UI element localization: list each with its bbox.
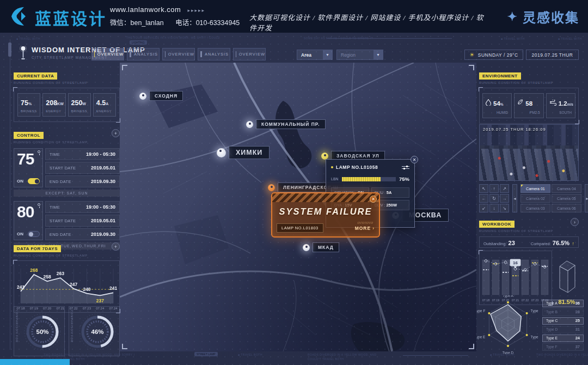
outstanding-value: 23 <box>509 240 515 246</box>
time-row[interactable]: TIME19:00 - 05:30 <box>45 201 120 213</box>
svg-text:243: 243 <box>17 284 24 290</box>
tab-analysis-1[interactable]: ANALYSIS <box>127 48 160 60</box>
close-icon[interactable]: ✕ <box>411 156 418 163</box>
control-group-1: 75 ON TIME19:00 - 05:30 START DATE2019.0… <box>14 148 120 187</box>
panel-subtitle: RUNNING CONDITION OF STREETLAMP <box>14 81 120 84</box>
close-icon[interactable]: ✕ <box>370 196 377 203</box>
panel-label: ENVIRONMENT <box>479 72 521 80</box>
pan-up-right-icon[interactable]: ↗ <box>500 184 509 193</box>
type-row-b[interactable]: Type B28 <box>542 308 584 316</box>
end-date-row[interactable]: END DATE2019.09.30 <box>45 175 120 187</box>
svg-text:240: 240 <box>83 287 90 292</box>
type-value: 25 <box>575 318 580 323</box>
type-label: Type C <box>546 319 558 323</box>
camera-prev-icon[interactable]: ◄ <box>512 184 517 212</box>
type-row-c[interactable]: Type C25 <box>542 317 584 325</box>
panel-label: CONTROL <box>14 132 44 139</box>
website-link[interactable]: www.lanlanwork.com <box>110 5 181 14</box>
current-data-panel: CURRENT DATA RUNNING CONDITION OF STREET… <box>14 70 120 122</box>
env-unit: % <box>500 102 504 106</box>
reset-view-icon[interactable]: ↻ <box>489 194 499 203</box>
compared-value: 76.5% <box>553 240 569 246</box>
area-select-value: Area <box>301 52 311 58</box>
region-select[interactable]: Region ▼ <box>336 50 383 60</box>
pan-down-left-icon[interactable]: ↙ <box>479 204 488 212</box>
tab-overview-1[interactable]: OVERVIEW <box>91 48 124 60</box>
type-row-a[interactable]: Type A36 <box>542 300 584 307</box>
lamp-icon <box>38 203 40 206</box>
env-caption: SOUTH <box>549 111 575 114</box>
svg-text:Type C: Type C <box>531 335 539 339</box>
stat-value: 75 <box>21 99 28 107</box>
pan-down-right-icon[interactable]: ↘ <box>500 204 509 212</box>
sun-icon: ☀ <box>469 52 474 58</box>
lanlan-logo-icon <box>8 5 30 30</box>
type-row-e[interactable]: Type E24 <box>542 334 584 342</box>
tab-overview-2[interactable]: OVERVIEW <box>162 48 195 60</box>
pan-right-icon[interactable]: → <box>500 194 509 203</box>
env-unit: m/s <box>567 102 573 106</box>
camera-03-button[interactable]: Camera 03 <box>520 204 550 212</box>
control-panel: CONTROL + RUNNING CONDITION OF STREETLAM… <box>14 129 120 250</box>
lamp-pin-icon <box>303 244 310 251</box>
area-select[interactable]: Area ▼ <box>297 50 333 60</box>
map-pin-mkad[interactable]: МКАД <box>303 242 339 252</box>
deco-text: ■ TRAVEL BOTH <box>238 353 262 356</box>
row-value: 19:00 - 05:30 <box>86 151 115 157</box>
start-date-row[interactable]: START DATE2019.05.01 <box>45 215 120 227</box>
deco-chip: LIGHTING <box>130 40 147 45</box>
stat-unit: A <box>106 102 108 106</box>
expand-arrow-icon[interactable]: › <box>571 218 579 226</box>
camera-05-button[interactable]: Camera 05 <box>552 194 581 203</box>
camera-01-button[interactable]: Camera 01 <box>520 184 550 193</box>
expand-plus-icon[interactable]: + <box>112 129 120 137</box>
type-row-f[interactable]: Type F37 <box>542 343 584 351</box>
camera-02-button[interactable]: Camera 02 <box>520 194 550 203</box>
type-row-d[interactable]: Type D31 <box>542 326 584 333</box>
camera-timestamp: 2019.07.25 THUR 18:26:09 <box>483 127 546 132</box>
map-corner-bracket <box>122 344 127 349</box>
camera-feed[interactable]: 2019.07.25 THUR 18:26:09 <box>479 124 579 181</box>
comparison-gauge-1: COMPARISON FOR 50% <box>14 306 65 356</box>
deco-chip: STREET LAMP <box>194 352 218 356</box>
camera-next-icon[interactable]: ► <box>585 184 588 212</box>
weather-widget: ☀ SUNNDAY / 29°C <box>464 50 523 60</box>
inspiration-collect[interactable]: ✦ 灵感收集 <box>507 7 579 26</box>
start-date-row[interactable]: START DATE2019.05.01 <box>45 162 120 174</box>
lamp-pin-icon <box>246 121 253 128</box>
brand-name: 蓝蓝设计 <box>35 5 107 29</box>
city-map[interactable]: +++ +++ СХОДНЯ КОММУНАЛЬНЫЙ ПР. ХИМКИ <box>120 63 476 351</box>
pan-left-icon[interactable]: ← <box>479 194 488 203</box>
map-label: СХОДНЯ <box>149 91 183 101</box>
tab-analysis-2[interactable]: ANALYSIS <box>198 48 230 60</box>
expand-plus-icon[interactable]: + <box>112 242 120 251</box>
pan-down-icon[interactable]: ↓ <box>489 204 499 212</box>
camera-04-button[interactable]: Camera 04 <box>552 184 581 193</box>
time-row[interactable]: TIME19:00 - 05:30 <box>45 148 120 160</box>
more-button[interactable]: MORE› <box>355 226 375 231</box>
stat-value: 4.5 <box>96 99 106 107</box>
schedule-toggle[interactable] <box>28 231 40 237</box>
end-date-row[interactable]: END DATE2019.09.30 <box>45 228 120 240</box>
map-corner-bracket <box>122 65 127 70</box>
deco-text: THE FOUR SERVICES IN A VISION WORK, WE S… <box>126 36 220 39</box>
svg-text:263: 263 <box>57 271 64 276</box>
map-pin-khimki[interactable]: ХИМКИ <box>217 146 270 159</box>
sliders-icon[interactable] <box>402 165 409 170</box>
services-tagline: 大数据可视化设计 / 软件界面设计 / 网站建设 / 手机及小程序设计 / 软件… <box>249 12 489 33</box>
map-pin-kommunalny[interactable]: КОММУНАЛЬНЫЙ ПР. <box>246 119 326 129</box>
field-value: 5A <box>387 190 392 195</box>
deco-text: ■ TRAVEL WITH <box>16 37 40 40</box>
left-rail-handle[interactable] <box>8 42 11 57</box>
env-caption: PM2.5 <box>517 111 543 114</box>
camera-06-button[interactable]: Camera 06 <box>552 204 581 212</box>
row-value: 19:00 - 05:30 <box>86 204 115 210</box>
schedule-toggle[interactable] <box>28 178 40 184</box>
map-pin-skhodnya[interactable]: СХОДНЯ <box>139 91 183 101</box>
brand-banner: 蓝蓝设计 www.lanlanwork.com ▸▸▸▸▸ 微信：ben_lan… <box>0 0 588 33</box>
pan-up-left-icon[interactable]: ↖ <box>479 184 488 193</box>
stat-unit: % <box>28 102 32 106</box>
tab-overview-3[interactable]: OVERVIEW <box>233 48 266 60</box>
brightness-bar[interactable] <box>342 177 396 181</box>
pan-up-icon[interactable]: ↑ <box>489 184 499 193</box>
